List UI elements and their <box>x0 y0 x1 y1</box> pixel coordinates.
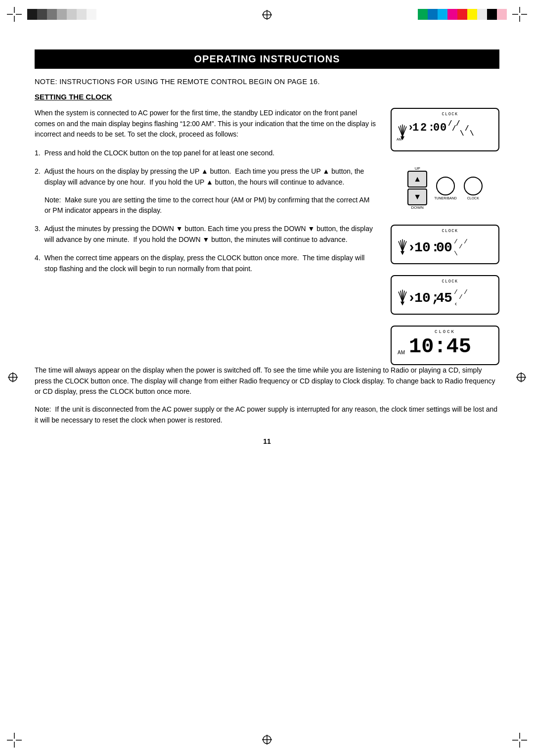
tuner-band-label: TUNER/BAND <box>434 196 457 200</box>
color-bar-silver <box>67 9 77 20</box>
step-1-num: 1. <box>35 148 41 159</box>
step-3: 3. Adjust the minutes by pressing the DO… <box>35 223 376 245</box>
note-label: Note: <box>44 196 65 204</box>
section-heading: SETTING THE CLOCK <box>35 93 499 101</box>
tuner-band-button[interactable] <box>436 177 455 195</box>
color-bar-magenta <box>447 9 457 20</box>
page-number: 11 <box>35 437 499 445</box>
intro-paragraph: When the system is connected to AC power… <box>35 108 376 140</box>
step-2: 2. Adjust the hours on the display by pr… <box>35 166 376 188</box>
diagram-display-1045-flash: CLOCK › 1 0 ; 4 5 / / ‹ / <box>391 275 499 315</box>
svg-text:\: \ <box>470 130 474 138</box>
svg-text:/: / <box>456 120 460 128</box>
left-column: When the system is connected to AC power… <box>35 108 376 283</box>
color-bars-left <box>27 9 96 20</box>
time-display-1045-flash: › 1 0 ; 4 5 / / ‹ / <box>397 284 493 309</box>
antenna-icon-3 <box>396 282 409 308</box>
svg-text:/: / <box>464 288 468 296</box>
step-2-text: Adjust the hours on the display by press… <box>44 166 376 188</box>
down-label: DOWN <box>411 205 424 210</box>
svg-text:2: 2 <box>420 122 427 134</box>
svg-text:/: / <box>465 125 469 133</box>
note-am-pm: Note: Make sure you are setting the time… <box>35 195 376 216</box>
step-3-num: 3. <box>35 223 41 245</box>
clock-label-3: CLOCK <box>397 229 493 234</box>
step-4-text: When the correct time appears on the dis… <box>44 252 376 275</box>
clock-button[interactable] <box>464 177 483 195</box>
corner-mark-tl <box>7 7 22 23</box>
top-center-crosshair <box>261 9 273 22</box>
svg-text:5: 5 <box>444 290 452 306</box>
svg-text:‹: ‹ <box>454 300 458 308</box>
svg-marker-68 <box>400 302 404 306</box>
down-button[interactable]: ▼ <box>407 189 427 205</box>
remote-control-note: NOTE: INSTRUCTIONS FOR USING THE REMOTE … <box>35 78 499 86</box>
clock-label-1: CLOCK <box>397 112 493 117</box>
svg-text:4: 4 <box>436 290 445 306</box>
step-3-text: Adjust the minutes by pressing the DOWN … <box>44 223 376 245</box>
color-bar-darkgray <box>37 9 47 20</box>
title-text: OPERATING INSTRUCTIONS <box>194 53 340 64</box>
step-4-num: 4. <box>35 252 41 275</box>
svg-text:AM: AM <box>397 138 402 141</box>
svg-text:0: 0 <box>422 290 431 306</box>
color-bar-pink <box>497 9 507 20</box>
right-crosshair <box>515 372 527 385</box>
color-bars-right <box>418 9 507 20</box>
diagram-display-1000: CLOCK › 1 0 : 0 0 / / \ / <box>391 225 499 264</box>
up-button[interactable]: ▲ <box>407 171 427 188</box>
color-bar-gray <box>47 9 57 20</box>
corner-mark-br <box>512 733 527 749</box>
step-4: 4. When the correct time appears on the … <box>35 252 376 275</box>
diagram-display-1045-final: CLOCK AM 10:45 <box>391 326 499 365</box>
color-bar-cyan <box>438 9 447 20</box>
step-1-text: Press and hold the CLOCK button on the t… <box>44 148 274 159</box>
up-label: UP <box>415 166 420 171</box>
page-content: OPERATING INSTRUCTIONS NOTE: INSTRUCTION… <box>35 49 499 445</box>
step-1: 1. Press and hold the CLOCK button on th… <box>35 148 376 159</box>
tuner-band-group: TUNER/BAND <box>434 177 457 200</box>
color-bar-green <box>418 9 428 20</box>
page-title: OPERATING INSTRUCTIONS <box>35 49 499 69</box>
svg-text:/: / <box>459 293 463 301</box>
final-time-row: AM 10:45 <box>398 336 492 357</box>
color-bar-lightgray <box>57 9 67 20</box>
time-display-1200: › 1 2 : 0 0 / / / \ / \ <box>397 117 493 146</box>
color-bar-yellow <box>467 9 477 20</box>
right-column: AM CLOCK <box>391 108 499 365</box>
footer-paragraph-1: The time will always appear on the displ… <box>35 365 499 397</box>
left-crosshair <box>7 372 19 385</box>
antenna-icon-2 <box>396 232 409 258</box>
bottom-center-crosshair <box>261 734 273 747</box>
svg-text:0: 0 <box>440 122 446 134</box>
svg-marker-52 <box>400 251 404 255</box>
clock-label-5: CLOCK <box>398 330 492 334</box>
svg-text:/: / <box>464 238 468 245</box>
corner-mark-tr <box>512 7 527 23</box>
svg-text:/: / <box>459 243 463 250</box>
svg-text:0: 0 <box>433 122 440 134</box>
color-bar-verylightgray <box>77 9 87 20</box>
am-label-final: AM <box>398 350 405 357</box>
diagram-controls: UP ▲ ▼ DOWN TUNER/BAND CLOCK <box>391 162 499 214</box>
time-display-1000: › 1 0 : 0 0 / / \ / <box>397 234 493 258</box>
svg-text:0: 0 <box>422 240 431 255</box>
svg-text:/: / <box>454 288 458 296</box>
color-bar-nearwhite <box>87 9 96 20</box>
footer-note: Note: If the unit is disconnected from t… <box>35 404 499 425</box>
clock-button-label: CLOCK <box>467 196 479 200</box>
final-time-display: 10:45 <box>409 336 471 357</box>
color-bar-red <box>457 9 467 20</box>
clock-label-4: CLOCK <box>397 279 493 284</box>
svg-text:1: 1 <box>414 240 423 255</box>
color-bar-blue <box>428 9 438 20</box>
note-text: Make sure you are setting the time to th… <box>44 196 370 215</box>
color-bar-black <box>27 9 37 20</box>
svg-text:0: 0 <box>444 240 452 255</box>
main-layout: When the system is connected to AC power… <box>35 108 499 365</box>
step-2-num: 2. <box>35 166 41 188</box>
svg-text:1: 1 <box>414 290 423 306</box>
up-down-group: UP ▲ ▼ DOWN <box>407 166 427 210</box>
corner-mark-bl <box>7 733 22 749</box>
svg-text:1: 1 <box>412 122 419 134</box>
